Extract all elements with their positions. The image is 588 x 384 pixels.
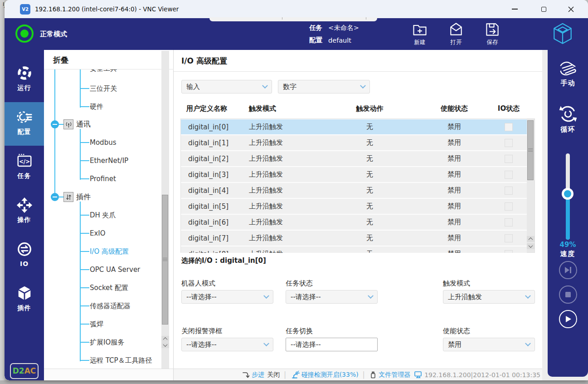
cell-enable-state: 禁用 [418, 218, 491, 226]
maximize-icon [541, 7, 546, 12]
manual-mode-button[interactable]: 手动 [548, 60, 588, 88]
scroll-down-button[interactable] [527, 243, 535, 249]
task-config-block: 任务 <未命名> 配置 default [309, 22, 359, 46]
table-row[interactable]: digital_in[7] 上升沿触发 无 禁用 [181, 231, 527, 246]
table-row[interactable]: digital_in[6] 上升沿触发 无 禁用 [181, 215, 527, 230]
sidebar-item-operate[interactable]: 操作 [5, 190, 44, 234]
io-state-checkbox[interactable] [505, 171, 513, 179]
cell-trigger-mode: 上升沿触发 [249, 138, 321, 147]
io-state-checkbox[interactable] [505, 234, 513, 242]
io-state-checkbox[interactable] [505, 250, 513, 253]
minimize-button[interactable] [508, 3, 521, 15]
scroll-up-button[interactable] [161, 336, 169, 342]
new-button[interactable]: 新建 [407, 20, 433, 48]
tree-item[interactable]: 传感器适配器 [80, 300, 131, 311]
step-label[interactable]: 步进 [252, 371, 264, 379]
tree-item[interactable]: 远程 TCP＆工具路径 [80, 355, 152, 366]
sidebar-item-plugin[interactable]: 插件 [5, 278, 44, 322]
file-manager-link[interactable]: 文件管理器 [379, 371, 410, 379]
maximize-button[interactable] [537, 3, 550, 15]
tree-item[interactable]: OPC UA Server [80, 264, 140, 275]
collapse-minus-icon[interactable] [51, 120, 59, 128]
collision-status[interactable]: 碰撞检测开启(33%) [301, 371, 359, 379]
notch-divider [366, 17, 366, 20]
close-alarm-select[interactable]: --请选择-- [181, 338, 273, 351]
scroll-up-button[interactable] [527, 236, 535, 242]
tree-group[interactable]: 插件 [51, 192, 91, 202]
cycle-mode-button[interactable]: 循环 [548, 104, 588, 134]
io-state-checkbox[interactable] [505, 202, 513, 211]
save-button[interactable]: 保存 [479, 20, 505, 48]
tree-item[interactable]: 安全工具 [80, 69, 117, 74]
slider-thumb[interactable] [562, 188, 573, 200]
io-direction-select[interactable]: 输入 [181, 80, 272, 94]
stop-button[interactable] [559, 286, 577, 304]
io-state-checkbox[interactable] [505, 187, 513, 195]
notch-divider [282, 17, 282, 20]
tree-item[interactable]: Socket 配置 [80, 282, 128, 293]
scroll-down-button[interactable] [161, 342, 169, 348]
cube-icon [16, 285, 33, 302]
io-state-checkbox[interactable] [505, 123, 513, 131]
trigger-mode-select[interactable]: 上升沿触发 [443, 290, 535, 304]
tree-collapse-header[interactable]: 折叠 [53, 55, 68, 65]
chevron-down-icon [368, 293, 374, 299]
io-type-select[interactable]: 数字 [278, 80, 370, 94]
cell-trigger-action: 无 [321, 202, 418, 211]
cell-name: digital_in[8] [181, 250, 249, 253]
tree-connector [80, 233, 89, 234]
tree-item[interactable]: ExIO [80, 228, 106, 239]
tree-scrollbar-thumb[interactable] [162, 195, 168, 325]
speed-slider[interactable] [566, 153, 570, 240]
table-row[interactable]: digital_in[8] 上升沿触发 无 禁用 [181, 246, 527, 253]
tree-item[interactable]: Modbus [80, 137, 116, 148]
tree-group[interactable]: 通讯 [51, 119, 91, 130]
step-run-button[interactable] [559, 261, 577, 279]
sidebar-item-io[interactable]: IO [5, 234, 44, 278]
table-row[interactable]: digital_in[0] 上升沿触发 无 禁用 [181, 119, 527, 134]
tree-item[interactable]: DH 夹爪 [80, 210, 116, 221]
tree-connector [80, 305, 89, 306]
slider-fill [566, 194, 570, 240]
sidebar-item-config[interactable]: 配置 [5, 102, 44, 146]
col-header-name: 用户定义名称 [181, 104, 249, 113]
table-row[interactable]: digital_in[2] 上升沿触发 无 禁用 [181, 151, 527, 166]
sidebar-item-task[interactable]: </> 任务 [5, 146, 44, 190]
tree-item[interactable]: EtherNet/IP [80, 155, 128, 166]
step-icon [242, 371, 250, 379]
close-button[interactable] [564, 3, 578, 15]
brand-chip[interactable]: D2AC [10, 363, 39, 379]
vnc-toolbar-notch[interactable] [209, 17, 377, 21]
tree-item[interactable]: Profinet [80, 173, 116, 184]
open-button[interactable]: 打开 [443, 20, 469, 48]
io-state-checkbox[interactable] [505, 218, 513, 226]
table-row[interactable]: digital_in[3] 上升沿触发 无 禁用 [181, 167, 527, 182]
play-button[interactable] [559, 310, 577, 328]
table-row[interactable]: digital_in[4] 上升沿触发 无 禁用 [181, 183, 527, 198]
sidebar-item-run[interactable]: 运行 [5, 58, 44, 102]
tree-item[interactable]: 硬件 [80, 101, 103, 112]
table-scrollbar[interactable] [527, 119, 535, 252]
tree-item-label: 远程 TCP＆工具路径 [89, 356, 152, 365]
table-row[interactable]: digital_in[5] 上升沿触发 无 禁用 [181, 199, 527, 214]
col-header-trigger-mode: 触发模式 [249, 104, 321, 113]
collapse-minus-icon[interactable] [51, 193, 59, 201]
tree-line [80, 129, 81, 180]
table-row[interactable]: digital_in[1] 上升沿触发 无 禁用 [181, 135, 527, 150]
robot-mode-select[interactable]: --请选择-- [181, 290, 273, 304]
tree-connector [59, 197, 63, 197]
move-arrows-icon [16, 197, 33, 214]
table-scrollbar-thumb[interactable] [527, 120, 534, 180]
io-state-checkbox[interactable] [505, 139, 513, 147]
chevron-up-icon [163, 337, 168, 342]
tree-item[interactable]: 扩展IO服务 [80, 337, 124, 348]
table-rows: digital_in[0] 上升沿触发 无 禁用 digital_in[1] 上… [181, 119, 527, 253]
tree-item[interactable]: I/O 高级配置 [80, 246, 129, 257]
tree-item[interactable]: 弧焊 [80, 319, 103, 330]
tree-item[interactable]: 三位开关 [80, 83, 117, 94]
task-state-select[interactable]: --请选择-- [286, 290, 378, 304]
tree-scrollbar[interactable] [161, 51, 169, 369]
task-switch-input[interactable]: --请选择-- [286, 338, 378, 351]
enable-state-select[interactable]: 禁用 [443, 338, 535, 351]
io-state-checkbox[interactable] [505, 155, 513, 163]
